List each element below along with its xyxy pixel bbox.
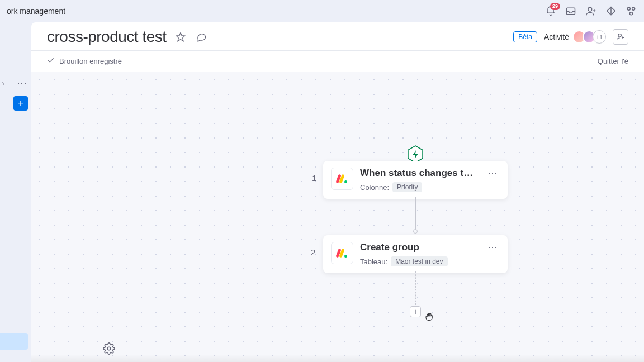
step-1-menu-icon[interactable]: ⋯ [485,168,500,178]
inbox-icon[interactable] [565,5,577,17]
sidebar-add-button[interactable]: + [13,96,28,111]
step-2-title: Create group [360,242,479,253]
comment-icon[interactable] [195,30,209,44]
add-step-button[interactable]: + [410,306,421,317]
step-number-1: 1 [312,173,316,183]
workflow-step-card-1[interactable]: When status changes to so… Colonne: Prio… [323,161,508,199]
step-2-meta-chip[interactable]: Maor test in dev [391,256,447,266]
autosave-status: Brouillon enregistré [59,57,122,65]
monday-logo-icon [331,242,353,264]
page-title: cross-product test [47,28,167,46]
svg-point-1 [588,7,592,11]
bottom-shadow [31,354,644,362]
activity-button[interactable]: Activité [544,32,569,41]
step-number-2: 2 [311,247,315,257]
sidebar: ⋯ + [0,22,31,362]
connector-dashed [415,272,416,305]
apps-icon[interactable] [605,5,617,17]
topbar: ork management 29 [0,0,644,22]
topbar-actions: 29 [544,5,637,17]
step-1-meta-label: Colonne: [360,183,389,192]
beta-badge: Bêta [513,31,537,42]
workflow-step-card-2[interactable]: Create group Tableau: Maor test in dev ⋯ [323,235,508,273]
sidebar-collapse-chevron-icon[interactable] [0,78,7,89]
workflow-canvas[interactable]: 1 When status changes to so… Colonne: Pr… [31,72,644,362]
cursor-grab-icon [424,312,434,322]
help-icon[interactable] [625,5,637,17]
sidebar-selected-item[interactable] [0,333,28,350]
collaborator-avatars[interactable]: +1 [576,30,606,44]
connector-line [415,197,416,230]
avatar-overflow: +1 [593,30,606,44]
step-2-menu-icon[interactable]: ⋯ [485,242,500,252]
svg-point-3 [632,7,635,10]
saved-check-icon [47,56,55,66]
page-header: cross-product test Bêta Activité +1 [31,22,644,51]
breadcrumb-fragment: ork management [7,7,65,16]
notifications-icon[interactable]: 29 [544,5,557,17]
invite-button[interactable] [613,29,628,45]
connector-node[interactable] [413,229,418,234]
svg-point-8 [107,347,111,350]
sidebar-more-icon[interactable]: ⋯ [17,77,27,89]
quit-editor-link[interactable]: Quitter l'é [598,57,628,65]
step-1-meta-chip[interactable]: Priority [392,182,422,192]
step-2-meta-label: Tableau: [360,258,387,266]
favorite-star-icon[interactable] [173,30,188,44]
main-panel: cross-product test Bêta Activité +1 [31,22,644,362]
step-1-title: When status changes to so… [360,168,479,179]
invite-person-icon[interactable] [585,5,597,17]
svg-marker-5 [176,33,184,41]
svg-point-4 [630,12,633,15]
svg-point-2 [627,7,630,10]
svg-point-6 [618,34,621,37]
subheader: Brouillon enregistré Quitter l'é [31,51,644,72]
notification-badge: 29 [550,3,560,10]
monday-logo-icon [331,168,353,190]
